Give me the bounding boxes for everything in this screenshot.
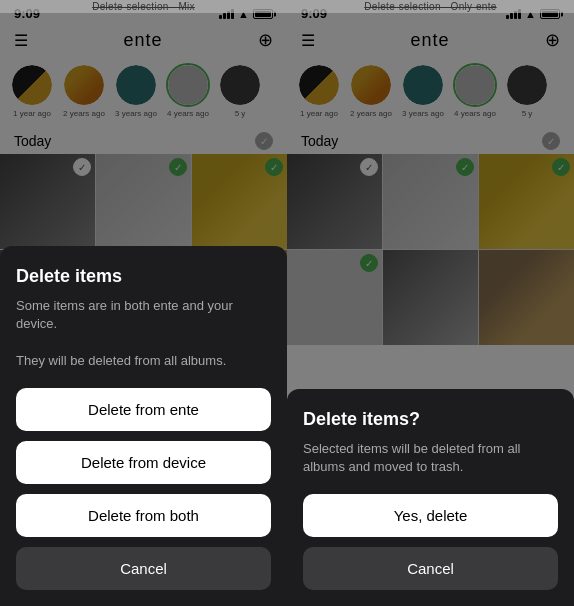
left-modal-title: Delete items xyxy=(16,266,271,287)
delete-from-ente-button[interactable]: Delete from ente xyxy=(16,388,271,431)
delete-from-device-button[interactable]: Delete from device xyxy=(16,441,271,484)
left-modal-description: Some items are in both ente and your dev… xyxy=(16,297,271,370)
right-modal-description: Selected items will be deleted from all … xyxy=(303,440,558,476)
right-bottom-sheet: Delete items? Selected items will be del… xyxy=(287,389,574,606)
delete-from-both-button[interactable]: Delete from both xyxy=(16,494,271,537)
left-bottom-sheet: Delete items Some items are in both ente… xyxy=(0,246,287,606)
right-modal-title: Delete items? xyxy=(303,409,558,430)
left-cancel-button[interactable]: Cancel xyxy=(16,547,271,590)
right-panel: Delete-selection - Only-ente 9:09 ▲ ☰ en… xyxy=(287,0,574,606)
left-panel-label: Delete-selection - Mix xyxy=(0,0,287,13)
left-panel: Delete-selection - Mix 9:09 ▲ ☰ ente ⊕ xyxy=(0,0,287,606)
yes-delete-button[interactable]: Yes, delete xyxy=(303,494,558,537)
right-panel-label: Delete-selection - Only-ente xyxy=(287,0,574,13)
right-cancel-button[interactable]: Cancel xyxy=(303,547,558,590)
